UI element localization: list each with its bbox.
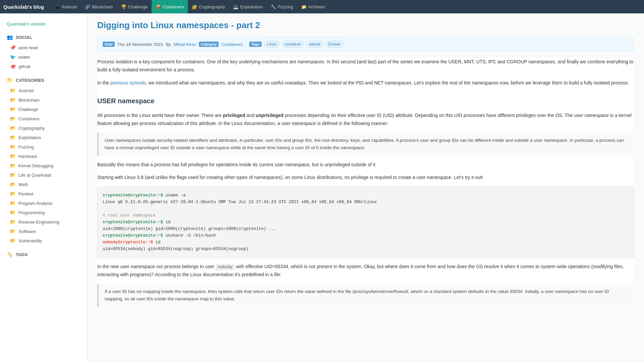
main-content: Digging into Linux namespaces - part 2 D… — [87, 13, 644, 362]
author-link[interactable]: Mihail Kirov — [174, 42, 196, 47]
date-label: Date — [103, 42, 115, 47]
tags-section-header: 🏷️ TAGS — [0, 249, 87, 260]
sidebar-item-vulnerability[interactable]: 📂 Vulnerability — [0, 236, 87, 245]
folder-icon-cryptography: 📂 — [10, 125, 16, 131]
code-line8-prompt: nobody@cryptonite:~$ — [103, 240, 153, 245]
blockquote1: User namespaces isolate security-related… — [97, 133, 634, 156]
para1: In the previous episode, we introduced w… — [97, 79, 634, 87]
categories-icon: 📁 — [7, 77, 13, 83]
sidebar-item-programming[interactable]: 📂 Programming — [0, 208, 87, 217]
categories-section-header: 📁 CATEGORIES — [0, 74, 87, 86]
article-date: Thu 18 November 2021 — [117, 42, 163, 47]
sidebar-item-atom-feed[interactable]: 📌 atom feed — [0, 43, 87, 52]
by-label: By — [166, 42, 171, 47]
nobody-code: nobody — [216, 264, 235, 270]
page-wrapper: Quarkslab's website 👥 SOCIAL 📌 atom feed… — [0, 13, 644, 362]
section1-p4: In the new user namespace our process be… — [97, 263, 634, 279]
github-icon: 🐙 — [10, 64, 16, 69]
section1-p2: Basically this means that a process has … — [97, 161, 634, 169]
sidebar-item-github[interactable]: 🐙 github — [0, 62, 87, 71]
sidebar-item-kernel-debugging[interactable]: 📂 Kernel Debugging — [0, 161, 87, 170]
blockchain-icon: 🔗 — [85, 4, 90, 9]
challenge-icon: 🏆 — [121, 4, 126, 9]
sidebar-item-cryptography[interactable]: 📂 Cryptography — [0, 123, 87, 133]
code-cmd1: uname -a — [166, 193, 186, 198]
sidebar-item-twitter[interactable]: 🐦 twitter — [0, 52, 87, 62]
tag-docker[interactable]: Docker — [326, 41, 344, 48]
folder-icon-kernel-debugging: 📂 — [10, 163, 16, 168]
section-divider-1 — [0, 71, 87, 74]
sidebar-item-fuzzing[interactable]: 📂 Fuzzing — [0, 142, 87, 152]
folder-icon-program-analysis: 📂 — [10, 200, 16, 206]
nav-item-android[interactable]: 📱 Android — [51, 0, 81, 13]
code-line7: cryptonite@cryptonite:~$ — [103, 233, 163, 238]
section1-p1: All processes in the Linux world have th… — [97, 112, 634, 128]
folder-icon-programming: 📂 — [10, 210, 16, 215]
atom-feed-icon: 📌 — [10, 45, 16, 50]
nav-item-cryptography[interactable]: 🔐 Cryptography — [188, 0, 229, 13]
nav-item-archives[interactable]: 📁 Archives — [297, 0, 329, 13]
sidebar-item-math[interactable]: 📂 Math — [0, 180, 87, 189]
sidebar-item-reverse-engineering[interactable]: 📂 Reverse-Engineering — [0, 217, 87, 227]
sidebar-item-pentest[interactable]: 📂 Pentest — [0, 189, 87, 198]
tag-container[interactable]: container — [282, 41, 304, 48]
sidebar-item-android[interactable]: 📂 Android — [0, 86, 87, 95]
nav-item-blockchain[interactable]: 🔗 Blockchain — [81, 0, 117, 13]
fuzzing-icon: 🔧 — [271, 4, 276, 9]
nav-item-challenge[interactable]: 🏆 Challenge — [117, 0, 152, 13]
nav-item-exploitation[interactable]: 💻 Exploitation — [229, 0, 267, 13]
meta-bar: Date Thu 18 November 2021 By Mihail Kiro… — [97, 37, 634, 51]
meta-separator: . — [245, 42, 247, 47]
sidebar-item-software[interactable]: 📂 Software — [0, 227, 87, 236]
category-link[interactable]: Containers — [221, 42, 243, 47]
cryptography-icon: 🔐 — [192, 4, 197, 9]
code-line5: cryptonite@cryptonite:~$ — [103, 220, 163, 225]
code-comment1: # root user namespace — [103, 213, 156, 218]
archives-icon: 📁 — [301, 4, 307, 9]
folder-icon-fuzzing: 📂 — [10, 144, 16, 149]
sidebar: Quarkslab's website 👥 SOCIAL 📌 atom feed… — [0, 13, 87, 362]
site-link[interactable]: Quarkslab's website — [7, 21, 46, 26]
category-label: Category — [199, 42, 219, 47]
code-line2: Linux qb 5.11.0-25-generic #27-20.04.1-U… — [103, 200, 377, 204]
code-cmd3: unshare -U /bin/bash — [166, 233, 216, 238]
folder-icon-hardware: 📂 — [10, 154, 16, 159]
sidebar-item-challenge[interactable]: 📂 Challenge — [0, 105, 87, 114]
android-icon: 📱 — [55, 4, 60, 9]
sidebar-item-life-at-quarkslab[interactable]: 📂 Life at Quarkslab — [0, 170, 87, 180]
code-cmd2: id — [166, 220, 171, 225]
tag-linux[interactable]: Linux — [264, 41, 279, 48]
code-cmd4: id — [156, 240, 161, 245]
folder-icon-life-at-quarkslab: 📂 — [10, 172, 16, 178]
previous-episode-link[interactable]: previous episode — [110, 80, 146, 85]
folder-icon-exploitation: 📂 — [10, 135, 16, 140]
code-block: cryptonite@cryptonite:~$ uname -a Linux … — [97, 187, 634, 258]
exploitation-icon: 💻 — [233, 4, 238, 9]
tags-label: Tags — [249, 42, 262, 47]
section1-heading: USER namespace — [97, 95, 634, 107]
twitter-icon: 🐦 — [10, 54, 16, 60]
site-link-container: Quarkslab's website — [0, 18, 87, 32]
blockquote2: If a user ID has no mapping inside the n… — [97, 284, 634, 307]
nav-menu: 📱 Android 🔗 Blockchain 🏆 Challenge 📦 Con… — [51, 0, 329, 13]
article-title: Digging into Linux namespaces - part 2 — [97, 20, 634, 31]
sidebar-item-program-analysis[interactable]: 📂 Program Analysis — [0, 198, 87, 208]
folder-icon-software: 📂 — [10, 229, 16, 234]
nav-item-fuzzing[interactable]: 🔧 Fuzzing — [267, 0, 297, 13]
sidebar-item-exploitation[interactable]: 📂 Exploitation — [0, 133, 87, 142]
folder-icon-vulnerability: 📂 — [10, 238, 16, 243]
social-icon: 👥 — [7, 34, 13, 40]
sidebar-item-blockchain[interactable]: 📂 Blockchain — [0, 95, 87, 105]
code-line9: uid=65534(nobody) gid=65534(nogroup) gro… — [103, 247, 249, 251]
tags-icon: 🏷️ — [7, 251, 13, 257]
article-body: Process isolation is a key component for… — [97, 58, 634, 307]
tag-kernel[interactable]: kernel — [307, 41, 323, 48]
folder-icon-reverse-engineering: 📂 — [10, 219, 16, 225]
folder-icon-math: 📂 — [10, 182, 16, 187]
folder-icon-containers: 📂 — [10, 116, 16, 121]
sidebar-item-hardware[interactable]: 📂 Hardware — [0, 152, 87, 161]
folder-icon-pentest: 📂 — [10, 191, 16, 196]
nav-item-containers[interactable]: 📦 Containers — [152, 0, 188, 13]
sidebar-item-containers[interactable]: 📂 Containers — [0, 114, 87, 123]
social-section-header: 👥 SOCIAL — [0, 32, 87, 43]
